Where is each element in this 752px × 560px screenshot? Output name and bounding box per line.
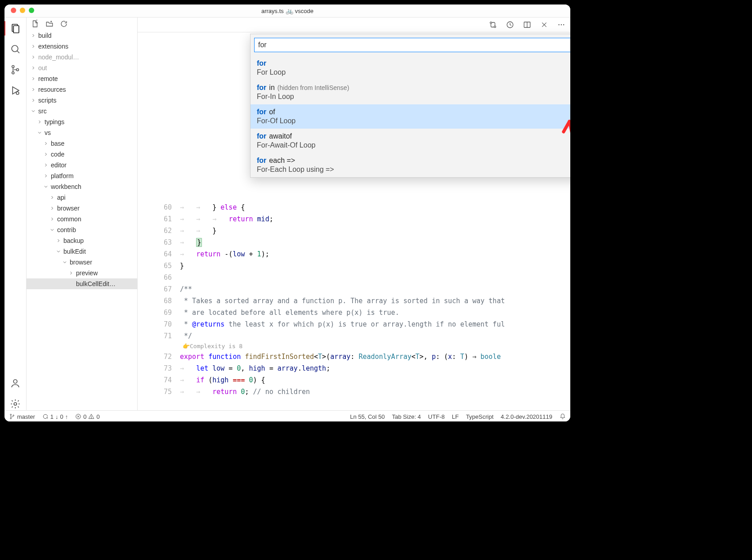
code-line[interactable]: 68 * Takes a sorted array and a function… xyxy=(138,295,570,307)
status-bell-icon[interactable] xyxy=(560,413,566,420)
new-folder-icon[interactable] xyxy=(45,20,54,28)
code-line[interactable]: 69 * are located before all elements whe… xyxy=(138,307,570,318)
code-line[interactable]: 63→ } xyxy=(138,237,570,248)
code-line[interactable]: 73→ let low = 0, high = array.length; xyxy=(138,363,570,374)
code-line[interactable]: 60→ → } else { xyxy=(138,202,570,213)
tree-row[interactable]: remote xyxy=(27,73,137,84)
chevron-right-icon[interactable] xyxy=(43,151,49,157)
status-eol[interactable]: LF xyxy=(452,413,459,420)
chevron-right-icon[interactable] xyxy=(36,119,43,125)
code-line[interactable]: 75→ → return 0; // no children xyxy=(138,386,570,398)
tree-row[interactable]: platform xyxy=(27,170,137,181)
status-indent[interactable]: Tab Size: 4 xyxy=(392,413,421,420)
chevron-right-icon[interactable] xyxy=(30,76,36,82)
chevron-right-icon[interactable] xyxy=(30,86,36,93)
tree-row[interactable]: scripts xyxy=(27,95,137,106)
quickpick-list[interactable]: forFor Loopforin (hidden from IntelliSen… xyxy=(251,56,570,177)
quickpick-item[interactable]: forofFor-Of Loop xyxy=(251,104,570,129)
code-line[interactable]: 67/** xyxy=(138,283,570,295)
settings-gear-icon[interactable] xyxy=(9,398,22,410)
tree-row[interactable]: typings xyxy=(27,116,137,127)
tree-row[interactable]: node_modul… xyxy=(27,52,137,63)
chevron-right-icon[interactable] xyxy=(43,173,49,179)
tree-row[interactable]: common xyxy=(27,214,137,224)
tree-row[interactable]: browser xyxy=(27,257,137,268)
quickpick-item[interactable]: forawaitofFor-Await-Of Loop xyxy=(251,129,570,153)
close-icon[interactable] xyxy=(11,8,16,13)
status-encoding[interactable]: UTF-8 xyxy=(428,413,445,420)
chevron-down-icon[interactable] xyxy=(62,259,68,265)
tree-row[interactable]: workbench xyxy=(27,181,137,192)
tree-row[interactable]: base xyxy=(27,138,137,149)
quickpick-item-desc: For-Await-Of Loop xyxy=(257,141,570,149)
source-control-icon[interactable] xyxy=(9,63,22,76)
code-line[interactable]: 70 * @returns the least x for which p(x)… xyxy=(138,318,570,330)
tree-row[interactable]: contrib xyxy=(27,224,137,235)
chevron-right-icon[interactable] xyxy=(49,194,55,201)
tree-row[interactable]: bulkEdit xyxy=(27,246,137,257)
status-problems[interactable]: 0 0 xyxy=(75,413,99,420)
chevron-right-icon[interactable] xyxy=(30,32,36,39)
tree-row[interactable]: api xyxy=(27,192,137,203)
quickpick-item[interactable]: forin (hidden from IntelliSense)For-In L… xyxy=(251,80,570,104)
quickpick-item[interactable]: foreach =>For-Each Loop using => xyxy=(251,153,570,177)
tree-row[interactable]: editor xyxy=(27,160,137,170)
quickpick-item[interactable]: forFor Loop xyxy=(251,56,570,80)
refresh-icon[interactable] xyxy=(60,20,68,28)
chevron-right-icon[interactable] xyxy=(30,54,36,60)
status-sync[interactable]: 1↓ 0↑ xyxy=(42,413,68,420)
search-icon[interactable] xyxy=(9,43,22,55)
tree-row[interactable]: src xyxy=(27,106,137,116)
account-icon[interactable] xyxy=(9,377,22,390)
more-actions-icon[interactable] xyxy=(557,20,566,29)
split-editor-icon[interactable] xyxy=(523,20,532,29)
maximize-icon[interactable] xyxy=(29,8,34,13)
tree-row[interactable]: out xyxy=(27,63,137,73)
status-cursor[interactable]: Ln 55, Col 50 xyxy=(350,413,385,420)
close-editor-icon[interactable] xyxy=(540,20,549,29)
chevron-right-icon[interactable] xyxy=(43,162,49,168)
code-line[interactable]: 74→ if (high === 0) { xyxy=(138,374,570,386)
chevron-down-icon[interactable] xyxy=(49,227,55,233)
chevron-right-icon[interactable] xyxy=(43,140,49,147)
chevron-down-icon[interactable] xyxy=(30,108,36,114)
chevron-right-icon[interactable] xyxy=(55,237,62,244)
chevron-right-icon[interactable] xyxy=(49,205,55,211)
tree-row[interactable]: backup xyxy=(27,235,137,246)
tree-row[interactable]: resources xyxy=(27,84,137,95)
file-tree[interactable]: buildextensionsnode_modul…outremoteresou… xyxy=(27,30,137,410)
code-line[interactable]: 65} xyxy=(138,260,570,272)
tree-row[interactable]: vs xyxy=(27,127,137,138)
status-language[interactable]: TypeScript xyxy=(466,413,493,420)
chevron-down-icon[interactable] xyxy=(55,248,62,255)
code-line[interactable]: 61→ → → return mid; xyxy=(138,213,570,225)
tree-row[interactable]: build xyxy=(27,30,137,41)
tree-row[interactable]: preview xyxy=(27,268,137,278)
tree-row[interactable]: code xyxy=(27,149,137,160)
chevron-down-icon[interactable] xyxy=(36,130,43,136)
run-debug-icon[interactable] xyxy=(9,84,22,97)
git-compare-icon[interactable] xyxy=(488,20,497,29)
tree-row[interactable]: extensions xyxy=(27,41,137,52)
chevron-right-icon[interactable] xyxy=(68,270,74,276)
timeline-icon[interactable] xyxy=(506,20,515,29)
code-line[interactable]: 72export function findFirstInSorted<T>(a… xyxy=(138,351,570,363)
tree-row[interactable]: bulkCellEdit… xyxy=(27,278,137,289)
explorer-icon[interactable] xyxy=(9,22,22,35)
code-line[interactable]: 62→ → } xyxy=(138,225,570,237)
minimize-icon[interactable] xyxy=(20,8,25,13)
codelens-row[interactable]: 👉Complexity is 8 xyxy=(138,342,570,351)
chevron-right-icon[interactable] xyxy=(49,216,55,222)
chevron-right-icon[interactable] xyxy=(30,97,36,103)
chevron-right-icon[interactable] xyxy=(30,43,36,49)
code-line[interactable]: 66 xyxy=(138,272,570,283)
status-branch[interactable]: master xyxy=(9,413,35,420)
quickpick-input[interactable] xyxy=(254,38,570,52)
status-ts-version[interactable]: 4.2.0-dev.20201119 xyxy=(501,413,552,420)
tree-row[interactable]: browser xyxy=(27,203,137,214)
chevron-right-icon[interactable] xyxy=(30,65,36,71)
chevron-down-icon[interactable] xyxy=(43,184,49,190)
code-line[interactable]: 71 */ xyxy=(138,330,570,342)
new-file-icon[interactable] xyxy=(31,20,39,28)
code-line[interactable]: 64→ return -(low + 1); xyxy=(138,248,570,260)
